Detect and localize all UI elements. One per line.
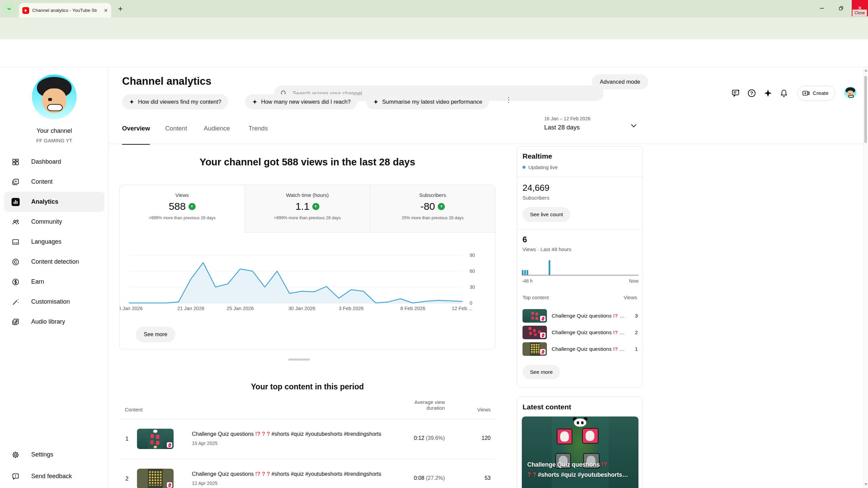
sparkle-icon <box>373 99 379 105</box>
chip-label: How did viewers find my content? <box>138 99 221 105</box>
channel-avatar[interactable] <box>32 75 77 119</box>
date-picker-chevron[interactable] <box>629 121 638 130</box>
tab-trends[interactable]: Trends <box>249 125 268 144</box>
ai-chip-how-found[interactable]: How did viewers find my content? <box>122 94 228 109</box>
sidebar-item-content[interactable]: Content <box>4 172 104 192</box>
video-title: Challenge Quiz questions !? ? ? #shorts … <box>192 431 381 437</box>
svg-text:30 Jan 2026: 30 Jan 2026 <box>288 306 315 311</box>
date-picker[interactable]: 16 Jan – 12 Feb 2026 Last 28 days <box>544 116 590 131</box>
svg-text:16 Jan 2026: 16 Jan 2026 <box>120 306 143 311</box>
advanced-mode-button[interactable]: Advanced mode <box>592 74 648 89</box>
quiz-card <box>557 429 572 444</box>
page-scrollbar[interactable] <box>863 67 868 488</box>
metric-note: 25% more than previous 28 days <box>370 216 495 220</box>
views-value: 3 <box>630 313 638 319</box>
chips-overflow-menu[interactable]: ⋮ <box>505 96 512 103</box>
help-button[interactable]: ? <box>747 88 756 98</box>
realtime-status: Updating live <box>522 164 558 170</box>
sidebar-item-earn[interactable]: Earn <box>4 272 104 292</box>
help-icon: ? <box>747 88 756 98</box>
scrollbar-down-arrow[interactable] <box>864 483 868 486</box>
sidebar-item-audio-library[interactable]: Audio library <box>4 312 104 332</box>
metric-tab-subscribers[interactable]: Subscribers -80 25% more than previous 2… <box>370 185 495 232</box>
create-video-icon <box>802 89 810 97</box>
sidebar-item-community[interactable]: Community <box>4 212 104 232</box>
views-value: 120 <box>457 435 491 441</box>
svg-text:0: 0 <box>470 300 472 306</box>
sidebar-item-dashboard[interactable]: Dashboard <box>4 152 104 172</box>
metric-tab-views[interactable]: Views 588 >999% more than previous 28 da… <box>120 185 244 232</box>
realtime-content-row[interactable]: Challenge Quiz questions !? … 3 <box>522 309 638 323</box>
realtime-content-row[interactable]: Challenge Quiz questions !? … 2 <box>522 325 638 340</box>
views-line-chart[interactable]: 030609016 Jan 202621 Jan 202625 Jan 2026… <box>120 239 494 314</box>
divider <box>517 177 643 177</box>
sparkle-icon <box>763 88 773 98</box>
sparkle-icon <box>129 99 135 105</box>
see-live-count-button[interactable]: See live count <box>522 207 570 222</box>
new-tab-button[interactable]: + <box>118 5 123 12</box>
account-avatar[interactable] <box>844 87 856 99</box>
video-title: Challenge Quiz questions !? … <box>552 313 630 319</box>
avg-view-duration: 0:12 (39.6%) <box>391 435 445 441</box>
see-more-button[interactable]: See more <box>136 327 175 342</box>
realtime-bar-chart[interactable] <box>522 259 638 276</box>
video-title: Challenge Quiz questions !? … <box>552 346 630 352</box>
sidebar-item-customisation[interactable]: Customisation <box>4 292 104 312</box>
page-title: Channel analytics <box>122 75 212 87</box>
table-row[interactable]: 1 Challenge Quiz questions !? ? ? #short… <box>119 419 495 459</box>
realtime-content-row[interactable]: Challenge Quiz questions !? … 1 <box>522 342 638 356</box>
sidebar-item-send-feedback[interactable]: Send feedback <box>4 466 104 486</box>
table-row[interactable]: 2 Challenge Quiz questions !? ? ? #short… <box>119 459 495 488</box>
tab-overview[interactable]: Overview <box>122 125 150 145</box>
copyright-icon <box>12 258 20 266</box>
up-arrow-icon <box>312 203 319 210</box>
sidebar-item-label: Community <box>31 218 62 225</box>
tab-close-icon[interactable]: ✕ <box>104 8 108 13</box>
tab-content[interactable]: Content <box>165 125 187 144</box>
svg-text:90: 90 <box>470 252 475 258</box>
sidebar-item-languages[interactable]: Languages <box>4 232 104 252</box>
ai-chip-new-viewers[interactable]: How many new viewers did I reach? <box>245 94 357 109</box>
tab-audience[interactable]: Audience <box>204 125 230 144</box>
views-value: 2 <box>630 329 638 336</box>
notifications-button[interactable] <box>779 88 789 98</box>
realtime-axis-labels: -48 h Now <box>522 278 638 284</box>
ai-sparkle-button[interactable] <box>763 88 773 98</box>
sidebar-item-analytics[interactable]: Analytics <box>4 192 104 212</box>
sidebar-item-settings[interactable]: Settings <box>4 445 104 465</box>
svg-text:3 Feb 2026: 3 Feb 2026 <box>339 306 363 311</box>
video-thumbnail[interactable] <box>137 469 174 488</box>
svg-text:?: ? <box>750 90 753 96</box>
ai-chip-summarise[interactable]: Summarise my latest video performance <box>366 94 489 109</box>
window-minimize-button[interactable] <box>812 0 831 16</box>
window-maximize-button[interactable] <box>831 0 850 16</box>
sidebar-item-label: Customisation <box>31 298 70 305</box>
sidebar-item-label: Content detection <box>31 258 79 265</box>
latest-content-card: Latest content Challenge Quiz questions … <box>517 396 643 488</box>
scrollbar-thumb[interactable] <box>864 76 867 143</box>
create-button[interactable]: Create <box>797 86 835 101</box>
latest-overlay-title: Challenge Quiz questions !? <box>527 461 607 468</box>
realtime-see-more-button[interactable]: See more <box>522 365 560 379</box>
tabs-divider <box>108 144 863 144</box>
metric-value: 1.1 <box>295 201 310 212</box>
whats-new-button[interactable] <box>731 88 741 98</box>
column-header-avd: Average view duration <box>391 399 445 411</box>
browser-tab[interactable]: Channel analytics - YouTube Stu ✕ <box>19 3 111 18</box>
sidebar-item-content-detection[interactable]: Content detection <box>4 252 104 272</box>
tab-search-button[interactable] <box>3 3 15 15</box>
chip-label: How many new viewers did I reach? <box>261 99 351 105</box>
latest-video-thumbnail[interactable]: Challenge Quiz questions !? ? ? #shorts … <box>522 416 638 488</box>
metric-tab-watch-time[interactable]: Watch time (hours) 1.1 >999% more than p… <box>244 185 370 232</box>
community-icon <box>12 218 20 226</box>
svg-text:21 Jan 2026: 21 Jan 2026 <box>177 306 204 311</box>
realtime-bar <box>527 270 528 275</box>
section-drag-handle[interactable] <box>288 359 310 361</box>
scrollbar-up-arrow[interactable] <box>864 69 868 72</box>
sidebar-item-label: Content <box>31 178 53 185</box>
languages-icon <box>12 238 20 246</box>
video-thumbnail <box>522 326 547 339</box>
video-thumbnail[interactable] <box>137 429 174 449</box>
overview-headline: Your channel got 588 views in the last 2… <box>119 157 495 168</box>
youtube-favicon-icon <box>22 7 29 14</box>
